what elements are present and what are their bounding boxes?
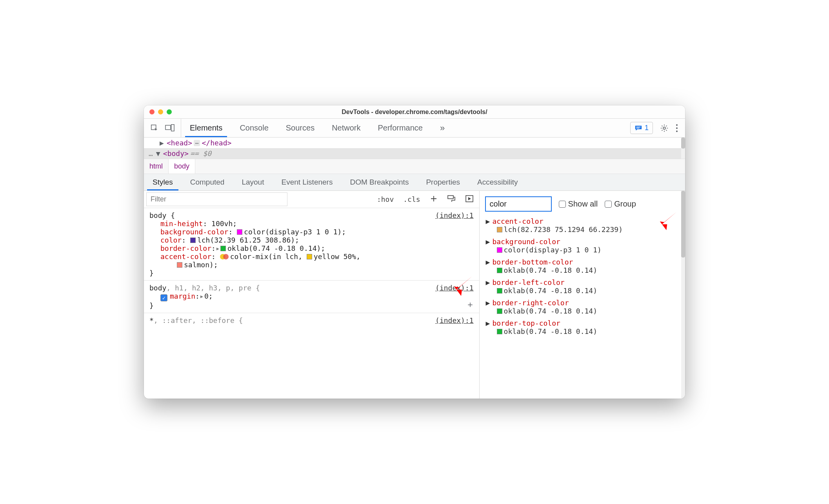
annotation-arrow-icon xyxy=(658,211,678,231)
tabs-overflow[interactable]: » xyxy=(431,119,453,137)
tab-elements[interactable]: Elements xyxy=(181,119,231,137)
inspect-icon[interactable] xyxy=(150,124,159,132)
svg-rect-3 xyxy=(636,128,640,128)
scrollbar[interactable] xyxy=(681,138,685,159)
dom-node-body[interactable]: … ▼ <body> == $0 xyxy=(144,148,685,159)
style-rule[interactable]: (index):1 *, ::after, ::before { xyxy=(144,313,479,328)
more-icon[interactable] xyxy=(676,124,678,132)
dom-node-head[interactable]: ▶ <head> ⋯ </head> xyxy=(144,138,685,148)
computed-item[interactable]: ▶background-color color(display-p3 1 0 1… xyxy=(484,237,685,257)
computed-list[interactable]: ▶accent-color lch(82.7238 75.1294 66.223… xyxy=(484,216,685,339)
group-checkbox[interactable] xyxy=(605,201,612,208)
paint-icon[interactable] xyxy=(444,193,459,206)
color-swatch[interactable] xyxy=(497,268,502,273)
color-swatch[interactable] xyxy=(220,246,226,251)
tab-sources[interactable]: Sources xyxy=(277,119,323,137)
subtab-event-listeners[interactable]: Event Listeners xyxy=(273,174,341,190)
styles-rules[interactable]: (index):1 body { min-height: 100vh; back… xyxy=(144,208,479,399)
scrollbar[interactable] xyxy=(681,191,685,399)
show-all-label: Show all xyxy=(568,199,598,208)
ellipsis-icon[interactable]: ⋯ xyxy=(194,140,200,146)
color-swatch[interactable] xyxy=(177,262,182,268)
computed-item[interactable]: ▶border-bottom-color oklab(0.74 -0.18 0.… xyxy=(484,257,685,277)
subtab-properties[interactable]: Properties xyxy=(417,174,469,190)
new-rule-button[interactable] xyxy=(427,193,441,206)
annotation-arrow-icon xyxy=(453,276,474,297)
style-rule[interactable]: (index):1 body { min-height: 100vh; back… xyxy=(144,208,479,281)
tab-network[interactable]: Network xyxy=(323,119,369,137)
breadcrumb: html body xyxy=(144,159,685,174)
close-window-button[interactable] xyxy=(149,109,155,114)
crumb-body[interactable]: body xyxy=(169,159,195,174)
computed-panel: Show all Group ▶accent-color lch(82.7238… xyxy=(480,191,685,399)
sidebar-tabs: Styles Computed Layout Event Listeners D… xyxy=(144,174,685,191)
subtab-layout[interactable]: Layout xyxy=(233,174,273,190)
subtab-styles[interactable]: Styles xyxy=(144,174,182,190)
rule-selector[interactable]: body { xyxy=(149,211,474,219)
expand-icon[interactable]: ▶ xyxy=(486,319,493,327)
computed-item[interactable]: ▶border-right-color oklab(0.74 -0.18 0.1… xyxy=(484,298,685,318)
window-controls xyxy=(149,109,172,114)
color-mix-swatch[interactable] xyxy=(220,254,229,260)
color-swatch[interactable] xyxy=(497,288,502,294)
color-swatch[interactable] xyxy=(497,227,502,232)
color-swatch[interactable] xyxy=(497,247,502,253)
computed-toolbar: Show all Group xyxy=(484,195,685,216)
subtab-accessibility[interactable]: Accessibility xyxy=(469,174,526,190)
collapse-icon[interactable]: ▼ xyxy=(156,149,162,158)
computed-item[interactable]: ▶accent-color lch(82.7238 75.1294 66.223… xyxy=(484,216,685,237)
computed-item[interactable]: ▶border-left-color oklab(0.74 -0.18 0.14… xyxy=(484,277,685,298)
svg-rect-2 xyxy=(636,127,641,127)
expand-icon[interactable]: ▶ xyxy=(486,258,493,266)
color-swatch[interactable] xyxy=(497,308,502,314)
tab-console[interactable]: Console xyxy=(231,119,277,137)
declaration-checkbox[interactable]: ✓ xyxy=(160,294,167,301)
add-declaration-button[interactable]: ＋ xyxy=(466,299,474,310)
color-swatch[interactable] xyxy=(307,254,312,259)
expand-icon[interactable]: ▸ xyxy=(200,292,204,300)
hov-toggle[interactable]: :hov xyxy=(374,194,397,205)
source-link[interactable]: (index):1 xyxy=(435,211,474,219)
source-link[interactable]: (index):1 xyxy=(435,316,474,325)
svg-point-6 xyxy=(676,127,678,129)
devtools-window: DevTools - developer.chrome.com/tags/dev… xyxy=(144,105,685,399)
expand-icon[interactable]: ▶ xyxy=(486,278,493,286)
expand-icon[interactable]: ▶ xyxy=(486,217,493,225)
styles-toolbar: :hov .cls xyxy=(144,191,479,208)
device-toggle-icon[interactable] xyxy=(165,124,175,132)
expand-icon[interactable]: ▶ xyxy=(160,139,165,147)
cls-toggle[interactable]: .cls xyxy=(400,194,423,205)
svg-point-4 xyxy=(663,127,665,129)
panels-split: :hov .cls (index):1 body { min-height: 1… xyxy=(144,191,685,399)
dom-tree[interactable]: ▶ <head> ⋯ </head> … ▼ <body> == $0 xyxy=(144,138,685,159)
selected-indicator: == $0 xyxy=(190,149,211,158)
svg-rect-1 xyxy=(171,124,174,131)
expand-icon[interactable]: ▶ xyxy=(486,299,493,307)
svg-rect-0 xyxy=(165,125,171,129)
maximize-window-button[interactable] xyxy=(167,109,172,114)
color-swatch[interactable] xyxy=(190,237,196,243)
window-title: DevTools - developer.chrome.com/tags/dev… xyxy=(144,109,685,116)
computed-filter-input[interactable] xyxy=(485,196,552,212)
issues-chip[interactable]: 1 xyxy=(630,122,653,134)
group-label: Group xyxy=(614,199,636,208)
computed-item[interactable]: ▶border-top-color oklab(0.74 -0.18 0.14) xyxy=(484,318,685,339)
color-swatch[interactable] xyxy=(497,329,502,334)
show-all-checkbox[interactable] xyxy=(559,201,566,208)
svg-point-5 xyxy=(676,124,678,126)
color-swatch[interactable] xyxy=(237,229,242,235)
computed-toggle-icon[interactable] xyxy=(462,193,477,206)
panel-tabs: Elements Console Sources Network Perform… xyxy=(181,119,623,137)
crumb-html[interactable]: html xyxy=(144,159,169,174)
subtab-dom-breakpoints[interactable]: DOM Breakpoints xyxy=(341,174,417,190)
issues-count: 1 xyxy=(645,124,649,132)
settings-icon[interactable] xyxy=(660,124,669,132)
subtab-computed[interactable]: Computed xyxy=(182,174,233,190)
style-rule[interactable]: (index):1 body, h1, h2, h3, p, pre { ✓ma… xyxy=(144,281,479,313)
minimize-window-button[interactable] xyxy=(158,109,163,114)
main-toolbar: Elements Console Sources Network Perform… xyxy=(144,119,685,138)
styles-filter-input[interactable] xyxy=(146,192,287,206)
tab-performance[interactable]: Performance xyxy=(369,119,432,137)
expand-icon[interactable]: ▸ xyxy=(216,244,220,252)
expand-icon[interactable]: ▶ xyxy=(486,237,493,246)
